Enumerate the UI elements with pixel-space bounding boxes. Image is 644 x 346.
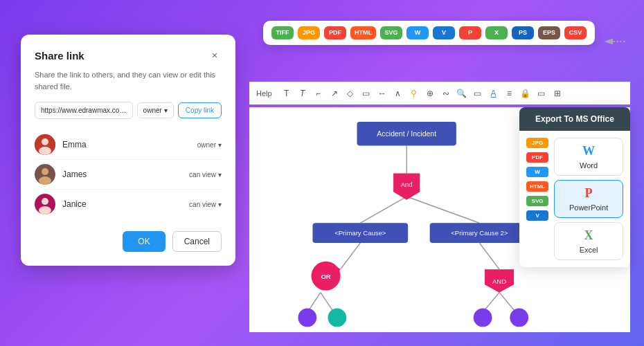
role-chevron-icon-janice: ▾ (218, 201, 222, 208)
zoom-icon[interactable]: 🔍 (455, 86, 469, 100)
export-badge-pdf[interactable]: PDF (526, 152, 548, 163)
export-sidebar: JPG PDF W HTML SVG V (526, 138, 548, 260)
lock-icon[interactable]: 🔒 (519, 86, 533, 100)
export-option-excel-label: Excel (580, 246, 598, 254)
user-row-emma: Emma owner ▾ (35, 130, 222, 160)
export-option-word-label: Word (580, 161, 598, 170)
avatar-emma (35, 134, 55, 155)
export-panel: Export To MS Office JPG PDF W HTML SVG V… (519, 107, 630, 267)
role-chevron-icon: ▾ (218, 141, 222, 149)
export-badge-html[interactable]: HTML (526, 181, 548, 192)
ok-button[interactable]: OK (123, 231, 165, 252)
frame-icon[interactable]: ▭ (535, 86, 548, 100)
export-option-excel[interactable]: X Excel (554, 222, 623, 260)
dialog-title: Share link (35, 50, 84, 62)
export-options: W Word P PowerPoint X Excel (554, 138, 623, 260)
arrow-icon[interactable]: ↗ (328, 86, 341, 100)
svg-point-32 (42, 198, 48, 205)
word-icon: W (582, 144, 595, 158)
svg-point-29 (42, 168, 48, 175)
user-row-janice: Janice can view ▾ (35, 190, 222, 219)
svg-point-22 (328, 309, 346, 327)
export-badge-visio[interactable]: V (526, 210, 548, 221)
corner-icon[interactable]: ⌐ (312, 86, 325, 100)
badge-excel[interactable]: X (485, 26, 508, 39)
text-tool-icon[interactable]: T (280, 86, 294, 100)
format-toolbar: TIFF JPG PDF HTML SVG W V P X PS EPS CSV (263, 21, 595, 45)
badge-html[interactable]: HTML (350, 26, 376, 39)
share-dialog: Share link × Share the link to others, a… (21, 35, 235, 266)
user-row-james: James can view ▾ (35, 160, 222, 190)
export-badge-jpg[interactable]: JPG (526, 138, 548, 148)
owner-dropdown[interactable]: owner ▾ (137, 102, 174, 118)
rect-icon[interactable]: ▭ (359, 86, 373, 100)
curve-icon[interactable]: ∾ (439, 86, 453, 100)
export-option-word[interactable]: W Word (554, 138, 623, 176)
export-badge-word[interactable]: W (526, 167, 548, 177)
avatar-james (35, 164, 55, 185)
user-list: Emma owner ▾ James can view ▾ Janice can… (35, 130, 222, 219)
export-option-powerpoint-label: PowerPoint (569, 203, 608, 212)
link-row: https://www.edrawmax.com/online/fil owne… (35, 102, 222, 119)
copy-link-button[interactable]: Copy link (178, 102, 222, 118)
svg-line-4 (406, 197, 479, 223)
svg-point-33 (39, 206, 51, 215)
svg-text:OR: OR (321, 273, 330, 280)
excel-icon: X (584, 228, 593, 243)
list-icon[interactable]: ≡ (503, 86, 517, 100)
svg-line-3 (360, 197, 406, 223)
badge-word[interactable]: W (406, 26, 429, 39)
user-role-james[interactable]: can view ▾ (189, 171, 222, 179)
badge-csv[interactable]: CSV (564, 26, 587, 39)
shape-icon[interactable]: ◇ (343, 86, 357, 100)
role-chevron-icon-james: ▾ (218, 171, 222, 179)
user-role-janice[interactable]: can view ▾ (189, 201, 222, 208)
user-name-emma: Emma (62, 140, 197, 149)
svg-point-21 (298, 309, 316, 327)
user-role-emma[interactable]: owner ▾ (197, 141, 222, 149)
dropdown-chevron-icon: ▾ (164, 107, 168, 114)
svg-text:AND: AND (492, 277, 506, 285)
svg-line-10 (499, 293, 516, 313)
triangle-icon[interactable]: ∧ (391, 86, 405, 100)
badge-ppt[interactable]: P (459, 26, 481, 39)
help-label: Help (256, 89, 272, 98)
fill-icon[interactable]: ⚲ (407, 86, 421, 100)
export-badge-svg[interactable]: SVG (526, 196, 548, 206)
badge-svg[interactable]: SVG (380, 26, 402, 39)
text-format-icon[interactable]: T (296, 86, 310, 100)
svg-text:<Primary Cause 2>: <Primary Cause 2> (451, 229, 508, 237)
badge-tiff[interactable]: TIFF (271, 26, 294, 39)
dialog-header: Share link × (35, 48, 222, 62)
export-panel-content: JPG PDF W HTML SVG V W Word P PowerPoint… (519, 131, 630, 267)
svg-point-26 (42, 138, 48, 145)
badge-visio[interactable]: V (433, 26, 455, 39)
badge-pdf[interactable]: PDF (324, 26, 346, 39)
arrow-indicator (601, 35, 629, 51)
table-icon[interactable]: ▭ (471, 86, 485, 100)
svg-line-6 (479, 243, 499, 269)
close-button[interactable]: × (208, 48, 222, 62)
svg-text:<Primary Cause>: <Primary Cause> (334, 229, 386, 237)
svg-point-30 (39, 176, 51, 185)
avatar-janice (35, 194, 55, 215)
resize-icon[interactable]: ↔ (375, 86, 389, 100)
user-name-james: James (62, 170, 189, 179)
svg-line-8 (321, 293, 334, 313)
link-input[interactable]: https://www.edrawmax.com/online/fil (35, 102, 133, 119)
svg-text:And: And (401, 181, 413, 188)
grid-icon[interactable]: ⊞ (551, 86, 564, 100)
badge-jpg[interactable]: JPG (298, 26, 320, 39)
underline-icon[interactable]: A (487, 86, 501, 100)
powerpoint-icon: P (585, 186, 593, 201)
link-icon[interactable]: ⊕ (423, 86, 437, 100)
dialog-description: Share the link to others, and they can v… (35, 69, 222, 92)
badge-eps[interactable]: EPS (538, 26, 560, 39)
svg-point-27 (39, 147, 51, 155)
svg-text:Accident / Incident: Accident / Incident (377, 129, 436, 138)
export-option-powerpoint[interactable]: P PowerPoint (554, 180, 623, 218)
dialog-footer: OK Cancel (35, 231, 222, 252)
badge-ps[interactable]: PS (512, 26, 534, 39)
cancel-button[interactable]: Cancel (172, 231, 222, 252)
user-name-janice: Janice (62, 199, 189, 209)
